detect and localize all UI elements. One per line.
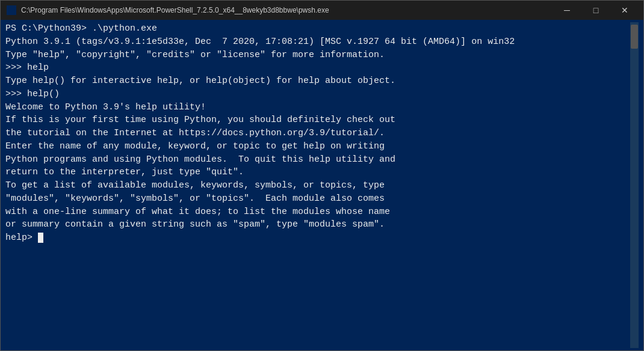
close-button[interactable]: ✕: [611, 1, 639, 20]
cursor: [38, 233, 43, 243]
console-line: PS C:\Python39> .\python.exe: [5, 22, 630, 35]
console-line: Python programs and using Python modules…: [5, 153, 630, 166]
console-line: >>> help(): [5, 88, 630, 101]
console-content: PS C:\Python39> .\python.exePython 3.9.1…: [5, 22, 630, 348]
console-line: Type help() for interactive help, or hel…: [5, 75, 630, 88]
title-bar-left: PS C:\Program Files\WindowsApps\Microsof…: [7, 5, 329, 15]
console-line: or summary contain a given string such a…: [5, 218, 630, 231]
console-line: Type "help", "copyright", "credits" or "…: [5, 49, 630, 62]
console-line: Python 3.9.1 (tags/v3.9.1:1e5d33e, Dec 7…: [5, 35, 630, 49]
console-line: help>: [5, 231, 630, 245]
title-bar: PS C:\Program Files\WindowsApps\Microsof…: [1, 1, 643, 20]
maximize-button[interactable]: □: [582, 1, 610, 20]
console-line: If this is your first time using Python,…: [5, 114, 630, 127]
scrollbar-thumb[interactable]: [631, 25, 638, 49]
minimize-button[interactable]: ─: [553, 1, 581, 20]
scrollbar[interactable]: [630, 22, 639, 348]
terminal-window: PS C:\Program Files\WindowsApps\Microsof…: [0, 0, 644, 351]
title-text: C:\Program Files\WindowsApps\Microsoft.P…: [21, 6, 329, 14]
console-line: return to the interpreter, just type "qu…: [5, 166, 630, 179]
console-line: >>> help: [5, 61, 630, 75]
console-line: To get a list of available modules, keyw…: [5, 179, 630, 192]
console-line: the tutorial on the Internet at https://…: [5, 127, 630, 140]
console-line: with a one-line summary of what it does;…: [5, 206, 630, 219]
svg-rect-0: [7, 5, 16, 15]
powershell-icon: PS: [7, 5, 16, 15]
title-bar-controls: ─ □ ✕: [553, 1, 639, 20]
console-area[interactable]: PS C:\Python39> .\python.exePython 3.9.1…: [1, 20, 643, 350]
console-line: Enter the name of any module, keyword, o…: [5, 140, 630, 153]
console-line: "modules", "keywords", "symbols", or "to…: [5, 192, 630, 206]
console-line: Welcome to Python 3.9's help utility!: [5, 101, 630, 114]
